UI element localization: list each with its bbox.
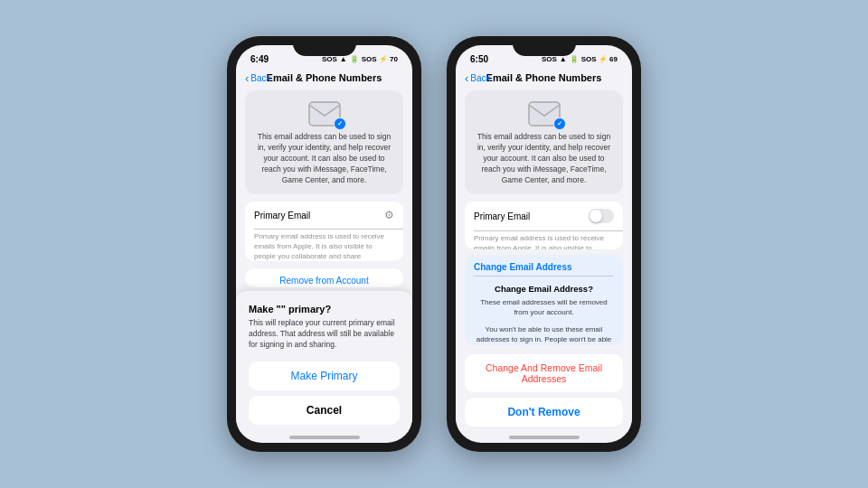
change-email-body: Change Email Address? These email addres… — [465, 277, 623, 345]
battery-icon-right: 🔋 — [570, 55, 579, 63]
primary-email-row-left[interactable]: Primary Email ⚙ — [245, 202, 403, 229]
remove-link-left[interactable]: Remove from Account — [245, 268, 403, 287]
change-email-section: Change Email Address Change Email Addres… — [465, 255, 623, 345]
change-remove-button[interactable]: Change And Remove Email Addresses — [465, 354, 623, 392]
primary-email-label-right: Primary Email — [474, 211, 530, 221]
email-icon-section-left: This email address can be used to sign i… — [245, 90, 403, 194]
notch-right — [513, 36, 576, 56]
email-desc-left: This email address can be used to sign i… — [256, 132, 392, 185]
remove-section-left: Remove from Account — [245, 268, 403, 287]
back-label-left: Back — [250, 73, 270, 83]
chevron-left-icon: ‹ — [245, 72, 249, 84]
left-screen: 6:49 SOS ▲ 🔋 SOS ⚡ 70 ‹ Back Email & Pho… — [236, 45, 412, 443]
right-screen: 6:50 SOS ▲ 🔋 SOS ⚡ 69 ‹ Back Email & Pho… — [456, 45, 632, 443]
primary-email-subtitle-left: Primary email address is used to receive… — [245, 230, 403, 261]
notch — [293, 36, 356, 56]
sheet-title-left: Make "" primary? — [249, 304, 400, 314]
home-indicator-left — [289, 436, 360, 439]
nav-title-right: Email & Phone Numbers — [486, 72, 602, 83]
gear-icon-left: ⚙ — [384, 209, 394, 221]
nav-bar-left: ‹ Back Email & Phone Numbers — [236, 70, 412, 87]
change-email-sub: These email addresses will be removed fr… — [474, 297, 614, 317]
home-indicator-right — [509, 436, 580, 439]
scroll-content-right: This email address can be used to sign i… — [456, 87, 632, 432]
nav-title-left: Email & Phone Numbers — [267, 72, 382, 83]
email-icon-wrapper-left — [308, 101, 341, 127]
left-phone: 6:49 SOS ▲ 🔋 SOS ⚡ 70 ‹ Back Email & Pho… — [227, 36, 421, 452]
time-right: 6:50 — [470, 54, 488, 64]
primary-email-subtitle-right: Primary email address is used to receive… — [465, 231, 623, 249]
change-email-info1: You won't be able to use these email add… — [474, 324, 614, 345]
time-left: 6:49 — [250, 54, 269, 64]
primary-email-toggle[interactable] — [589, 209, 614, 223]
back-button-right[interactable]: ‹ Back — [465, 72, 491, 84]
primary-email-label-left: Primary Email — [254, 211, 310, 221]
cancel-button-left[interactable]: Cancel — [249, 396, 400, 425]
chevron-left-icon-right: ‹ — [465, 72, 468, 84]
email-icon-section-right: This email address can be used to sign i… — [465, 90, 623, 194]
bottom-sheet-right: Change And Remove Email Addresses Don't … — [456, 347, 632, 432]
nav-bar-right: ‹ Back Email & Phone Numbers — [456, 70, 632, 87]
make-primary-button[interactable]: Make Primary — [249, 361, 400, 390]
sheet-desc-left: This will replace your current primary e… — [249, 318, 400, 351]
bottom-sheet-left: Make "" primary? This will replace your … — [236, 291, 412, 432]
scroll-content-left: This email address can be used to sign i… — [236, 87, 412, 432]
battery-level: SOS ⚡ 70 — [362, 55, 398, 63]
right-phone: 6:50 SOS ▲ 🔋 SOS ⚡ 69 ‹ Back Email & Pho… — [447, 36, 641, 452]
change-email-header[interactable]: Change Email Address — [465, 255, 623, 276]
email-icon-wrapper-right — [528, 101, 561, 127]
battery-level-right: SOS ⚡ 69 — [581, 55, 618, 63]
battery-icon: 🔋 — [350, 55, 359, 63]
dont-remove-button[interactable]: Don't Remove — [465, 398, 623, 427]
primary-email-row-right[interactable]: Primary Email — [465, 202, 623, 230]
check-badge-left — [334, 117, 346, 130]
check-badge-right — [553, 117, 566, 130]
change-email-question: Change Email Address? — [474, 284, 614, 294]
email-desc-right: This email address can be used to sign i… — [476, 132, 612, 185]
back-button-left[interactable]: ‹ Back — [245, 72, 271, 84]
primary-email-section-left: Primary Email ⚙ Primary email address is… — [245, 202, 403, 261]
primary-email-section-right: Primary Email Primary email address is u… — [465, 202, 623, 249]
back-label-right: Back — [470, 73, 490, 83]
